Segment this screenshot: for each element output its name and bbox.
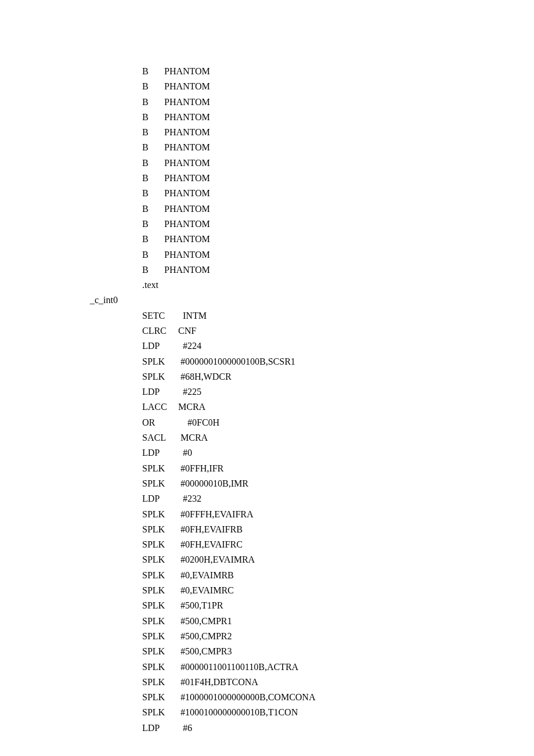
code-opcode: OR (142, 415, 178, 430)
code-operand: #0FH,EVAIFRB (178, 522, 243, 537)
code-operand: PHANTOM (164, 64, 210, 79)
code-opcode: SPLK (142, 644, 178, 659)
code-line: BPHANTOM (90, 186, 493, 201)
code-label: _c_int0 (90, 293, 118, 308)
code-line: LDP #232 (90, 491, 493, 506)
code-operand: #00000010B,IMR (178, 476, 248, 491)
code-operand: INTM (178, 308, 207, 323)
code-operand: MCRA (178, 399, 205, 415)
code-operand: #0FC0H (178, 415, 219, 430)
code-line: SPLK #500,CMPR2 (90, 629, 493, 644)
code-line: SPLK #500,T1PR (90, 598, 493, 613)
code-opcode: SPLK (142, 598, 178, 613)
code-operand: #0FFFH,EVAIFRA (178, 507, 254, 522)
code-operand: PHANTOM (164, 156, 210, 171)
code-line: SPLK #500,CMPR3 (90, 644, 493, 659)
code-line: SETC INTM (90, 308, 493, 323)
code-opcode: B (142, 156, 164, 171)
code-opcode: SACL (142, 430, 178, 445)
code-operand: PHANTOM (164, 201, 210, 217)
code-operand: #6 (178, 721, 192, 736)
code-opcode: LDP (142, 721, 178, 736)
code-line: SPLK #0FH,EVAIFRC (90, 537, 493, 552)
code-line: SPLK #01F4H,DBTCONA (90, 675, 493, 690)
code-line: BPHANTOM (90, 156, 493, 171)
code-line: BPHANTOM (90, 110, 493, 125)
code-block: BPHANTOMBPHANTOMBPHANTOMBPHANTOMBPHANTOM… (90, 64, 493, 736)
code-line: _c_int0 (90, 293, 493, 308)
code-opcode: LDP (142, 339, 178, 354)
code-operand: PHANTOM (164, 95, 210, 110)
code-opcode: SPLK (142, 552, 178, 567)
code-line: BPHANTOM (90, 140, 493, 155)
code-opcode: B (142, 125, 164, 140)
code-line: BPHANTOM (90, 232, 493, 247)
code-line: CLRCCNF (90, 323, 493, 339)
code-operand: #01F4H,DBTCONA (178, 675, 258, 690)
code-operand: PHANTOM (164, 171, 210, 186)
code-operand: PHANTOM (164, 262, 210, 278)
code-line: BPHANTOM (90, 217, 493, 232)
code-opcode: SPLK (142, 614, 178, 629)
code-line: SPLK #0000001000000100B,SCSR1 (90, 354, 493, 369)
code-line: BPHANTOM (90, 79, 493, 94)
code-operand: #500,T1PR (178, 598, 223, 613)
code-operand: #0200H,EVAIMRA (178, 552, 255, 567)
code-opcode: SETC (142, 308, 178, 323)
code-opcode: SPLK (142, 369, 178, 384)
code-line: BPHANTOM (90, 64, 493, 79)
code-opcode: B (142, 201, 164, 217)
code-opcode: B (142, 140, 164, 155)
code-operand: PHANTOM (164, 79, 210, 94)
code-operand: #0,EVAIMRB (178, 568, 234, 583)
code-opcode: SPLK (142, 537, 178, 552)
code-opcode: B (142, 247, 164, 262)
code-opcode: B (142, 79, 164, 94)
code-line: LACCMCRA (90, 400, 493, 415)
code-line: SPLK #0FFH,IFR (90, 461, 493, 476)
code-operand: #0000011001100110B,ACTRA (178, 660, 298, 675)
code-line: LDP #6 (90, 721, 493, 736)
code-opcode: LDP (142, 491, 178, 506)
code-operand: PHANTOM (164, 186, 210, 201)
code-operand: #0000001000000100B,SCSR1 (178, 354, 295, 369)
code-line: SPLK #0200H,EVAIMRA (90, 553, 493, 568)
code-line: LDP #0 (90, 445, 493, 460)
code-line: SPLK #68H,WDCR (90, 369, 493, 384)
code-opcode: B (142, 110, 164, 125)
code-operand: PHANTOM (164, 125, 210, 140)
code-operand: #0FFH,IFR (178, 461, 223, 476)
code-line: SACL MCRA (90, 430, 493, 445)
code-line: SPLK #0FH,EVAIFRB (90, 522, 493, 537)
code-opcode: B (142, 64, 164, 79)
code-operand: CNF (178, 323, 196, 339)
code-opcode: CLRC (142, 323, 178, 339)
code-line: SPLK #1000100000000010B,T1CON (90, 705, 493, 720)
code-line: SPLK #0FFFH,EVAIFRA (90, 507, 493, 522)
code-opcode: B (142, 95, 164, 110)
code-opcode: B (142, 262, 164, 278)
code-opcode: SPLK (142, 476, 178, 491)
code-line: BPHANTOM (90, 262, 493, 278)
code-operand: #500,CMPR2 (178, 629, 232, 644)
code-operand: #500,CMPR3 (178, 644, 232, 659)
code-opcode: B (142, 186, 164, 201)
code-line: BPHANTOM (90, 201, 493, 217)
code-operand: PHANTOM (164, 217, 210, 232)
code-operand: #68H,WDCR (178, 369, 232, 384)
code-opcode: SPLK (142, 568, 178, 583)
code-line: SPLK #00000010B,IMR (90, 476, 493, 491)
code-operand: #225 (178, 384, 201, 399)
code-opcode: LACC (142, 399, 178, 415)
code-opcode: SPLK (142, 629, 178, 644)
code-operand: #1000100000000010B,T1CON (178, 705, 298, 720)
code-operand: PHANTOM (164, 247, 210, 262)
code-operand: #500,CMPR1 (178, 614, 232, 629)
code-operand: PHANTOM (164, 110, 210, 125)
code-opcode: SPLK (142, 675, 178, 690)
code-operand: #232 (178, 491, 201, 506)
code-line: BPHANTOM (90, 247, 493, 262)
code-operand: PHANTOM (164, 140, 210, 155)
code-line: BPHANTOM (90, 171, 493, 186)
code-operand: #224 (178, 339, 201, 354)
